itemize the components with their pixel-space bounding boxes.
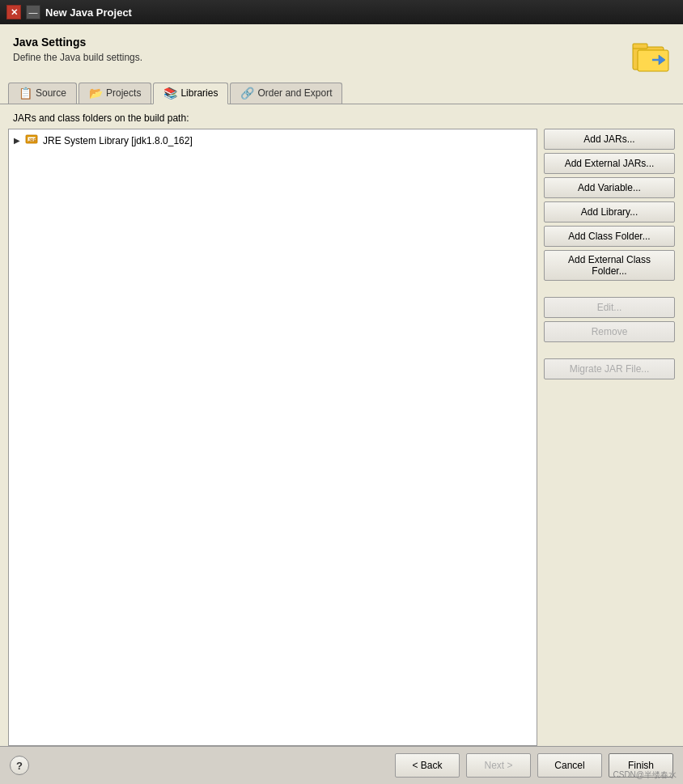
title-bar: ✕ — New Java Project	[0, 0, 683, 24]
order-export-tab-label: Order and Export	[257, 87, 332, 99]
list-item[interactable]: ▶ JRE JRE System Library [jdk1.8.0_162]	[9, 129, 537, 151]
spacer-2	[544, 345, 675, 355]
tabs-bar: 📋 Source 📂 Projects 📚 Libraries 🔗 Order …	[0, 83, 683, 104]
header-icon	[631, 36, 670, 74]
buttons-panel: Add JARs... Add External JARs... Add Var…	[537, 129, 675, 746]
watermark-text: CSDN@半缕春水	[613, 769, 677, 781]
order-export-tab-icon: 🔗	[240, 87, 254, 100]
tab-source[interactable]: 📋 Source	[8, 83, 77, 104]
build-path-label: JARs and class folders on the build path…	[0, 111, 683, 129]
remove-button[interactable]: Remove	[544, 321, 675, 342]
svg-rect-1	[633, 44, 647, 49]
libraries-tab-label: Libraries	[180, 87, 218, 99]
add-jars-button[interactable]: Add JARs...	[544, 129, 675, 150]
projects-tab-icon: 📂	[89, 87, 103, 100]
cancel-button[interactable]: Cancel	[537, 753, 602, 778]
close-button[interactable]: ✕	[6, 5, 21, 19]
minimize-button[interactable]: —	[26, 5, 40, 19]
source-tab-label: Source	[36, 87, 66, 99]
help-button[interactable]: ?	[10, 756, 29, 775]
add-class-folder-button[interactable]: Add Class Folder...	[544, 226, 675, 247]
library-list[interactable]: ▶ JRE JRE System Library [jdk1.8.0_162]	[8, 129, 537, 746]
tab-order-export[interactable]: 🔗 Order and Export	[230, 83, 342, 104]
back-button[interactable]: < Back	[395, 753, 460, 778]
projects-tab-label: Projects	[106, 87, 141, 99]
library-item-label: JRE System Library [jdk1.8.0_162]	[43, 135, 193, 146]
add-library-button[interactable]: Add Library...	[544, 201, 675, 222]
content-area: Java Settings Define the Java build sett…	[0, 24, 683, 746]
jre-icon: JRE	[25, 133, 38, 148]
svg-text:JRE: JRE	[28, 138, 36, 142]
add-variable-button[interactable]: Add Variable...	[544, 177, 675, 198]
tab-libraries[interactable]: 📚 Libraries	[153, 83, 228, 104]
tab-projects[interactable]: 📂 Projects	[78, 83, 151, 104]
spacer-1	[544, 284, 675, 294]
window: ✕ — New Java Project Java Settings Defin…	[0, 0, 683, 784]
source-tab-icon: 📋	[19, 87, 32, 100]
libraries-tab-icon: 📚	[163, 87, 177, 100]
migrate-jar-button[interactable]: Migrate JAR File...	[544, 358, 675, 379]
add-external-jars-button[interactable]: Add External JARs...	[544, 153, 675, 174]
page-title: Java Settings	[13, 36, 142, 49]
expand-arrow-icon: ▶	[14, 136, 20, 145]
bottom-bar: ? < Back Next > Cancel Finish	[0, 746, 683, 784]
window-title: New Java Project	[45, 6, 132, 19]
page-subtitle: Define the Java build settings.	[13, 52, 142, 63]
next-button[interactable]: Next >	[466, 753, 531, 778]
add-external-class-folder-button[interactable]: Add External Class Folder...	[544, 250, 675, 281]
header-text: Java Settings Define the Java build sett…	[13, 36, 142, 63]
edit-button[interactable]: Edit...	[544, 297, 675, 318]
header-section: Java Settings Define the Java build sett…	[0, 24, 683, 83]
main-section: ▶ JRE JRE System Library [jdk1.8.0_162] …	[0, 129, 683, 746]
